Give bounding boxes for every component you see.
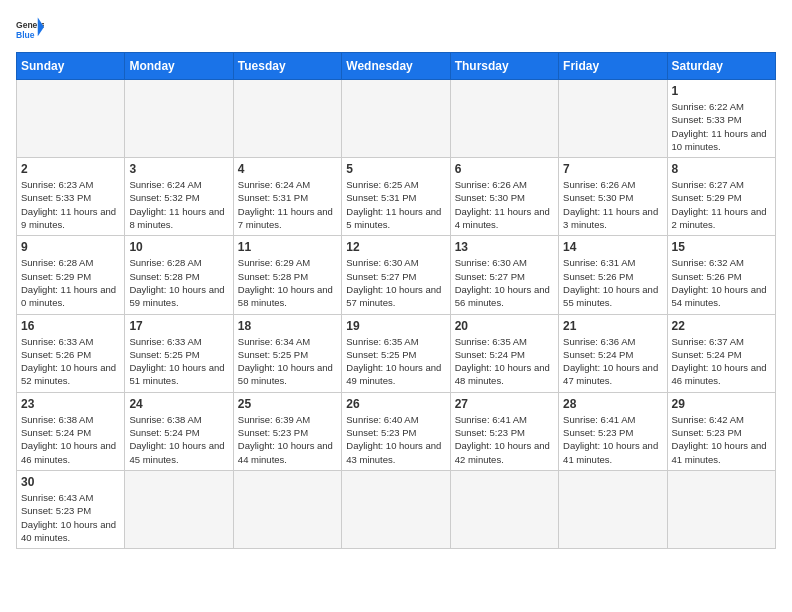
logo: General Blue	[16, 16, 44, 44]
calendar-cell	[125, 470, 233, 548]
calendar-row-5: 23Sunrise: 6:38 AMSunset: 5:24 PMDayligh…	[17, 392, 776, 470]
day-info: Sunrise: 6:22 AMSunset: 5:33 PMDaylight:…	[672, 100, 771, 153]
calendar-cell: 9Sunrise: 6:28 AMSunset: 5:29 PMDaylight…	[17, 236, 125, 314]
day-number: 22	[672, 319, 771, 333]
calendar-cell	[125, 80, 233, 158]
day-number: 17	[129, 319, 228, 333]
day-info: Sunrise: 6:32 AMSunset: 5:26 PMDaylight:…	[672, 256, 771, 309]
calendar-cell	[667, 470, 775, 548]
calendar-cell: 22Sunrise: 6:37 AMSunset: 5:24 PMDayligh…	[667, 314, 775, 392]
calendar-cell: 1Sunrise: 6:22 AMSunset: 5:33 PMDaylight…	[667, 80, 775, 158]
weekday-header-tuesday: Tuesday	[233, 53, 341, 80]
day-number: 15	[672, 240, 771, 254]
day-info: Sunrise: 6:41 AMSunset: 5:23 PMDaylight:…	[563, 413, 662, 466]
calendar-cell	[450, 80, 558, 158]
day-info: Sunrise: 6:26 AMSunset: 5:30 PMDaylight:…	[563, 178, 662, 231]
day-info: Sunrise: 6:40 AMSunset: 5:23 PMDaylight:…	[346, 413, 445, 466]
day-number: 27	[455, 397, 554, 411]
day-info: Sunrise: 6:26 AMSunset: 5:30 PMDaylight:…	[455, 178, 554, 231]
calendar-cell: 20Sunrise: 6:35 AMSunset: 5:24 PMDayligh…	[450, 314, 558, 392]
calendar-cell: 3Sunrise: 6:24 AMSunset: 5:32 PMDaylight…	[125, 158, 233, 236]
day-info: Sunrise: 6:35 AMSunset: 5:25 PMDaylight:…	[346, 335, 445, 388]
day-number: 16	[21, 319, 120, 333]
weekday-header-thursday: Thursday	[450, 53, 558, 80]
day-info: Sunrise: 6:28 AMSunset: 5:28 PMDaylight:…	[129, 256, 228, 309]
weekday-header-monday: Monday	[125, 53, 233, 80]
page-header: General Blue	[16, 16, 776, 44]
calendar-cell: 30Sunrise: 6:43 AMSunset: 5:23 PMDayligh…	[17, 470, 125, 548]
calendar-cell: 19Sunrise: 6:35 AMSunset: 5:25 PMDayligh…	[342, 314, 450, 392]
day-info: Sunrise: 6:24 AMSunset: 5:32 PMDaylight:…	[129, 178, 228, 231]
day-number: 23	[21, 397, 120, 411]
day-number: 30	[21, 475, 120, 489]
calendar-table: SundayMondayTuesdayWednesdayThursdayFrid…	[16, 52, 776, 549]
calendar-cell: 23Sunrise: 6:38 AMSunset: 5:24 PMDayligh…	[17, 392, 125, 470]
calendar-cell: 13Sunrise: 6:30 AMSunset: 5:27 PMDayligh…	[450, 236, 558, 314]
calendar-cell	[450, 470, 558, 548]
day-number: 21	[563, 319, 662, 333]
day-number: 5	[346, 162, 445, 176]
day-info: Sunrise: 6:30 AMSunset: 5:27 PMDaylight:…	[455, 256, 554, 309]
logo-icon: General Blue	[16, 16, 44, 44]
day-number: 7	[563, 162, 662, 176]
calendar-cell	[342, 80, 450, 158]
calendar-cell: 29Sunrise: 6:42 AMSunset: 5:23 PMDayligh…	[667, 392, 775, 470]
svg-text:Blue: Blue	[16, 30, 35, 40]
calendar-cell: 4Sunrise: 6:24 AMSunset: 5:31 PMDaylight…	[233, 158, 341, 236]
day-number: 6	[455, 162, 554, 176]
calendar-cell: 24Sunrise: 6:38 AMSunset: 5:24 PMDayligh…	[125, 392, 233, 470]
day-number: 9	[21, 240, 120, 254]
day-number: 19	[346, 319, 445, 333]
day-info: Sunrise: 6:35 AMSunset: 5:24 PMDaylight:…	[455, 335, 554, 388]
day-info: Sunrise: 6:37 AMSunset: 5:24 PMDaylight:…	[672, 335, 771, 388]
day-number: 25	[238, 397, 337, 411]
weekday-header-saturday: Saturday	[667, 53, 775, 80]
day-info: Sunrise: 6:23 AMSunset: 5:33 PMDaylight:…	[21, 178, 120, 231]
day-info: Sunrise: 6:24 AMSunset: 5:31 PMDaylight:…	[238, 178, 337, 231]
calendar-row-4: 16Sunrise: 6:33 AMSunset: 5:26 PMDayligh…	[17, 314, 776, 392]
day-info: Sunrise: 6:27 AMSunset: 5:29 PMDaylight:…	[672, 178, 771, 231]
day-info: Sunrise: 6:41 AMSunset: 5:23 PMDaylight:…	[455, 413, 554, 466]
day-number: 4	[238, 162, 337, 176]
calendar-cell: 7Sunrise: 6:26 AMSunset: 5:30 PMDaylight…	[559, 158, 667, 236]
day-number: 8	[672, 162, 771, 176]
calendar-cell: 18Sunrise: 6:34 AMSunset: 5:25 PMDayligh…	[233, 314, 341, 392]
weekday-header-friday: Friday	[559, 53, 667, 80]
calendar-cell: 14Sunrise: 6:31 AMSunset: 5:26 PMDayligh…	[559, 236, 667, 314]
calendar-cell	[559, 80, 667, 158]
calendar-row-6: 30Sunrise: 6:43 AMSunset: 5:23 PMDayligh…	[17, 470, 776, 548]
day-number: 3	[129, 162, 228, 176]
calendar-cell: 21Sunrise: 6:36 AMSunset: 5:24 PMDayligh…	[559, 314, 667, 392]
calendar-cell	[342, 470, 450, 548]
weekday-header-sunday: Sunday	[17, 53, 125, 80]
day-info: Sunrise: 6:38 AMSunset: 5:24 PMDaylight:…	[129, 413, 228, 466]
day-info: Sunrise: 6:30 AMSunset: 5:27 PMDaylight:…	[346, 256, 445, 309]
weekday-header-wednesday: Wednesday	[342, 53, 450, 80]
day-number: 2	[21, 162, 120, 176]
calendar-row-2: 2Sunrise: 6:23 AMSunset: 5:33 PMDaylight…	[17, 158, 776, 236]
calendar-cell: 15Sunrise: 6:32 AMSunset: 5:26 PMDayligh…	[667, 236, 775, 314]
day-number: 10	[129, 240, 228, 254]
day-number: 26	[346, 397, 445, 411]
day-info: Sunrise: 6:38 AMSunset: 5:24 PMDaylight:…	[21, 413, 120, 466]
day-info: Sunrise: 6:25 AMSunset: 5:31 PMDaylight:…	[346, 178, 445, 231]
calendar-row-1: 1Sunrise: 6:22 AMSunset: 5:33 PMDaylight…	[17, 80, 776, 158]
calendar-cell: 25Sunrise: 6:39 AMSunset: 5:23 PMDayligh…	[233, 392, 341, 470]
day-number: 11	[238, 240, 337, 254]
calendar-cell: 11Sunrise: 6:29 AMSunset: 5:28 PMDayligh…	[233, 236, 341, 314]
calendar-cell: 27Sunrise: 6:41 AMSunset: 5:23 PMDayligh…	[450, 392, 558, 470]
calendar-cell	[233, 80, 341, 158]
day-info: Sunrise: 6:29 AMSunset: 5:28 PMDaylight:…	[238, 256, 337, 309]
day-number: 24	[129, 397, 228, 411]
day-info: Sunrise: 6:34 AMSunset: 5:25 PMDaylight:…	[238, 335, 337, 388]
day-info: Sunrise: 6:36 AMSunset: 5:24 PMDaylight:…	[563, 335, 662, 388]
day-number: 12	[346, 240, 445, 254]
day-info: Sunrise: 6:33 AMSunset: 5:25 PMDaylight:…	[129, 335, 228, 388]
calendar-cell: 17Sunrise: 6:33 AMSunset: 5:25 PMDayligh…	[125, 314, 233, 392]
calendar-cell: 6Sunrise: 6:26 AMSunset: 5:30 PMDaylight…	[450, 158, 558, 236]
calendar-cell: 8Sunrise: 6:27 AMSunset: 5:29 PMDaylight…	[667, 158, 775, 236]
day-number: 1	[672, 84, 771, 98]
day-info: Sunrise: 6:39 AMSunset: 5:23 PMDaylight:…	[238, 413, 337, 466]
day-info: Sunrise: 6:33 AMSunset: 5:26 PMDaylight:…	[21, 335, 120, 388]
calendar-cell: 16Sunrise: 6:33 AMSunset: 5:26 PMDayligh…	[17, 314, 125, 392]
